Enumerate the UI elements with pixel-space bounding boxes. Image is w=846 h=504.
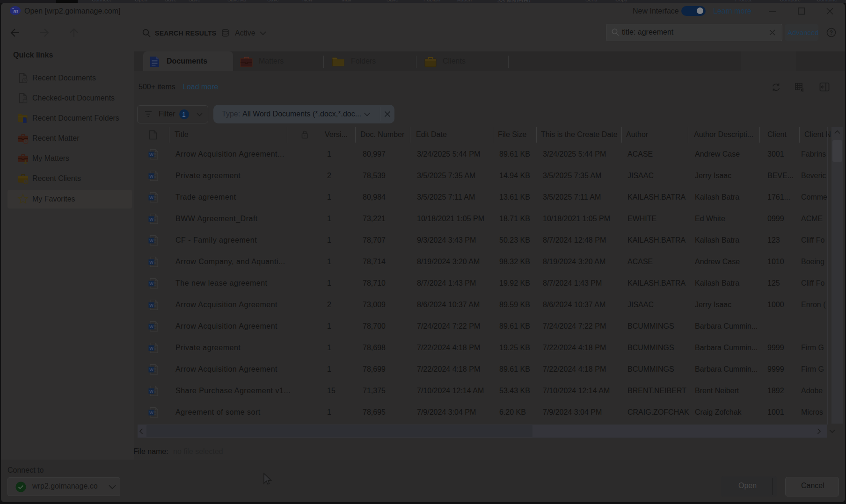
svg-text:W: W xyxy=(149,195,153,200)
svg-text:W: W xyxy=(149,324,153,329)
svg-text:m: m xyxy=(13,7,18,14)
svg-text:W: W xyxy=(149,303,153,308)
svg-text:W: W xyxy=(149,152,153,157)
svg-text:W: W xyxy=(149,281,153,286)
svg-text:W: W xyxy=(149,174,153,179)
svg-text:W: W xyxy=(149,367,153,372)
svg-text:W: W xyxy=(149,346,153,351)
svg-text:W: W xyxy=(149,410,153,415)
svg-text:W: W xyxy=(149,238,153,243)
svg-text:W: W xyxy=(149,389,153,394)
svg-text:W: W xyxy=(149,260,153,265)
svg-text:?: ? xyxy=(830,29,833,36)
svg-text:W: W xyxy=(149,217,153,222)
